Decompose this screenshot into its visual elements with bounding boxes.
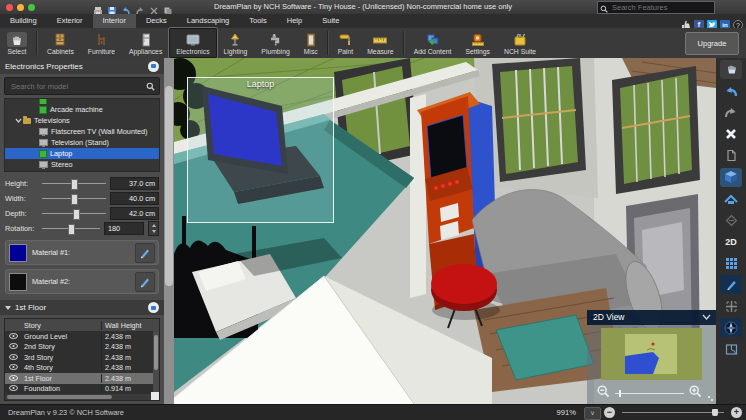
rotation-slider[interactable]: [42, 224, 100, 233]
redo-icon[interactable]: [720, 103, 742, 122]
zoom-window-button[interactable]: [28, 4, 35, 11]
story-row-4th-story[interactable]: 4th Story 2.438 m: [5, 363, 159, 374]
tool-lighting[interactable]: Lighting: [217, 28, 255, 58]
pan-tool-icon[interactable]: [720, 60, 742, 79]
compass-icon[interactable]: [720, 318, 742, 337]
tree-item-flatscreen-tv[interactable]: Flatscreen TV (Wall Mounted): [5, 126, 159, 137]
story-row-3rd-story[interactable]: 3rd Story 2.438 m: [5, 352, 159, 363]
panel-scrollbar[interactable]: [164, 58, 174, 404]
model-search-box[interactable]: [4, 77, 160, 95]
story-row-foundation[interactable]: Foundation 0.914 m: [5, 384, 159, 395]
material-2-swatch[interactable]: [9, 273, 27, 291]
grid-icon[interactable]: [720, 254, 742, 273]
visibility-eye-icon[interactable]: [9, 332, 18, 338]
height-slider[interactable]: [42, 179, 106, 188]
3d-viewport[interactable]: Laptop 2D View: [174, 58, 716, 404]
undo-icon[interactable]: [121, 2, 131, 12]
print-icon[interactable]: [93, 2, 103, 12]
tool-paint[interactable]: Paint: [331, 28, 361, 58]
tab-interior[interactable]: Interior: [93, 14, 136, 28]
upgrade-button[interactable]: Upgrade: [685, 32, 739, 55]
color-picker-icon[interactable]: [720, 275, 742, 294]
tree-item-stereo[interactable]: Stereo: [5, 159, 159, 170]
tab-exterior[interactable]: Exterior: [47, 14, 93, 28]
tool-select[interactable]: Select: [0, 28, 34, 58]
material-1-edit-button[interactable]: [135, 243, 155, 263]
zoom-in-icon[interactable]: [689, 384, 702, 402]
table-vertical-scrollbar[interactable]: [153, 331, 159, 394]
height-value[interactable]: 37.0 cm: [110, 177, 159, 190]
story-row-1st-floor[interactable]: 1st Floor 2.438 m: [5, 373, 159, 384]
visibility-eye-icon[interactable]: [9, 342, 18, 348]
material-1-row[interactable]: Material #1:: [5, 240, 159, 265]
2d-minimap[interactable]: [601, 328, 702, 380]
2d-view-overlay[interactable]: 2D View: [587, 310, 716, 404]
zoom-in-button[interactable]: +: [731, 407, 742, 418]
tool-furniture[interactable]: Furniture: [81, 28, 122, 58]
resize-grip[interactable]: [707, 395, 714, 402]
save-icon[interactable]: [107, 2, 117, 12]
width-slider[interactable]: [42, 194, 106, 203]
tool-cabinets[interactable]: Cabinets: [40, 28, 81, 58]
chevron-down-icon[interactable]: [13, 116, 23, 125]
model-search-input[interactable]: [9, 81, 146, 92]
delete-icon[interactable]: [720, 125, 742, 144]
close-window-button[interactable]: [6, 4, 13, 11]
undo-icon[interactable]: [720, 82, 742, 101]
2d-view-icon[interactable]: 2D: [720, 232, 742, 251]
rotation-value[interactable]: 180: [104, 222, 144, 235]
tool-nch-suite[interactable]: NCH Suite: [497, 28, 543, 58]
depth-value[interactable]: 42.0 cm: [110, 207, 159, 220]
story-row-ground-level[interactable]: Ground Level 2.438 m: [5, 331, 159, 342]
material-2-edit-button[interactable]: [135, 272, 155, 292]
minimap-zoom-slider[interactable]: [615, 393, 684, 394]
visibility-eye-icon[interactable]: [9, 374, 18, 380]
copy-page-icon[interactable]: [720, 146, 742, 165]
rotation-spinner[interactable]: [148, 221, 159, 236]
zoom-out-icon[interactable]: [597, 384, 610, 402]
tool-misc[interactable]: Misc: [297, 28, 325, 58]
floorplan-icon[interactable]: [720, 340, 742, 359]
collapse-arrow-icon[interactable]: [5, 306, 11, 310]
zoom-dropdown-button[interactable]: ˅: [584, 407, 601, 420]
tree-item-laptop[interactable]: Laptop: [5, 148, 159, 159]
tab-tools[interactable]: Tools: [239, 14, 277, 28]
table-horizontal-scrollbar[interactable]: [5, 394, 159, 400]
tool-add-content[interactable]: Add Content: [407, 28, 459, 58]
tab-decks[interactable]: Decks: [136, 14, 177, 28]
tab-landscaping[interactable]: Landscaping: [177, 14, 240, 28]
visibility-filter-icon[interactable]: [720, 211, 742, 230]
zoom-out-button[interactable]: −: [604, 407, 615, 418]
tab-help[interactable]: Help: [277, 14, 312, 28]
2d-view-header[interactable]: 2D View: [587, 310, 716, 325]
roof-view-icon[interactable]: [720, 189, 742, 208]
material-2-row[interactable]: Material #2:: [5, 269, 159, 294]
tool-plumbing[interactable]: Plumbing: [254, 28, 296, 58]
chevron-down-icon[interactable]: [702, 310, 716, 325]
tree-item-arcade-machine[interactable]: Arcade machine: [5, 104, 159, 115]
detach-panel-button[interactable]: [148, 61, 159, 72]
snap-grid-icon[interactable]: [720, 297, 742, 316]
tree-item-television-stand[interactable]: Television (Stand): [5, 137, 159, 148]
visibility-eye-icon[interactable]: [9, 353, 18, 359]
search-features-input[interactable]: [610, 2, 714, 13]
tree-item-televisions[interactable]: Televisions: [5, 115, 159, 126]
visibility-eye-icon[interactable]: [9, 363, 18, 369]
selection-box[interactable]: [187, 77, 334, 223]
zoom-slider-thumb[interactable]: [712, 409, 718, 416]
search-features-box[interactable]: [597, 1, 715, 14]
material-1-swatch[interactable]: [9, 244, 27, 262]
tab-building[interactable]: Building: [0, 14, 47, 28]
tab-suite[interactable]: Suite: [312, 14, 349, 28]
tool-measure[interactable]: Measure: [360, 28, 400, 58]
story-row-2nd-story[interactable]: 2nd Story 2.438 m: [5, 342, 159, 353]
width-value[interactable]: 40.0 cm: [110, 192, 159, 205]
detach-floor-panel-button[interactable]: [148, 302, 159, 313]
3d-view-icon[interactable]: [720, 168, 742, 187]
zoom-slider-track[interactable]: [622, 412, 724, 413]
minimize-window-button[interactable]: [17, 4, 24, 11]
visibility-eye-icon[interactable]: [9, 384, 18, 390]
tool-electronics[interactable]: Electronics: [169, 28, 216, 58]
depth-slider[interactable]: [42, 209, 106, 218]
tool-settings[interactable]: Settings: [458, 28, 497, 58]
